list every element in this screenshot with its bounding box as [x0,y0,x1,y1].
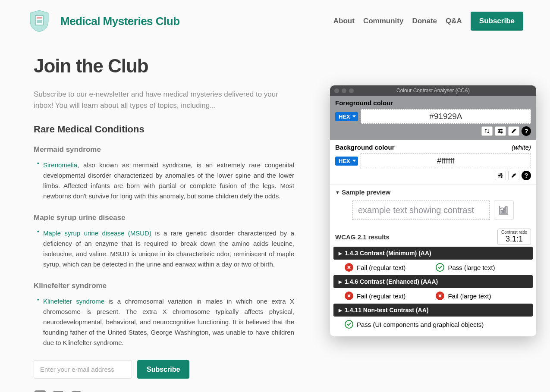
result-text: Fail (large text) [448,292,491,300]
twitter-icon[interactable] [34,390,47,392]
foreground-label: Foreground colour [335,99,531,107]
cca-window: Colour Contrast Analyser (CCA) Foregroun… [330,85,536,336]
social-links [34,390,294,392]
sample-text-box: example text showing contrast [352,201,490,220]
svg-point-20 [501,176,502,178]
condition-list: Sirenomelia, also known as mermaid syndr… [34,160,294,201]
brand: Medical Mysteries Club [27,9,180,34]
criterion-title: 1.4.11 Non-text Contrast (AA) [345,307,428,314]
results-list: ▶1.4.3 Contrast (Minimum) (AA)Fail (regu… [330,247,536,336]
criterion-bar[interactable]: ▶1.4.6 Contrast (Enhanced) (AAA) [333,275,533,288]
eyedropper-button[interactable] [508,171,519,180]
bg-color-input[interactable]: #ffffff [361,154,531,168]
svg-point-12 [500,129,502,130]
condition-heading: Klinefelter syndrome [34,282,294,290]
site-title: Medical Mysteries Club [60,15,180,28]
subscribe-form: Subscribe [34,360,294,379]
main-nav: About Community Donate Q&A Subscribe [333,12,523,31]
instagram-icon[interactable] [70,390,83,392]
bar-chart-icon [498,204,509,216]
form-subscribe-button[interactable]: Subscribe [137,360,189,379]
nav-community[interactable]: Community [363,17,404,25]
ratio-value: 3.1:1 [501,235,527,244]
criterion-results-row: Pass (UI components and graphical object… [330,317,536,332]
condition-link[interactable]: Sirenomelia [43,161,77,169]
condition-link[interactable]: Maple syrup urine disease (MSUD) [43,229,151,237]
condition-heading: Maple syrup urine disease [34,213,294,222]
disclosure-triangle-icon: ▶ [339,251,342,256]
svg-point-19 [499,175,500,176]
svg-point-13 [499,131,500,132]
criterion-title: 1.4.3 Contrast (Minimum) (AA) [345,250,431,257]
pass-icon [345,320,353,329]
result-text: Pass (UI components and graphical object… [357,321,484,328]
eyedropper-button[interactable] [508,126,519,136]
disclosure-triangle-icon: ▼ [335,190,340,195]
pass-icon [436,263,444,272]
sliders-button[interactable] [495,126,506,136]
main-content: Join the Club Subscribe to our e-newslet… [0,42,328,392]
result-text: Fail (regular text) [357,292,405,300]
cca-titlebar[interactable]: Colour Contrast Analyser (CCA) [330,85,536,96]
result-item: Fail (regular text) [345,263,405,272]
background-section: Background colour (white) HEX #ffffff ? [330,140,536,185]
disclosure-triangle-icon: ▶ [339,308,342,313]
sliders-button[interactable] [495,171,506,180]
svg-point-18 [500,173,502,175]
section-title: Rare Medical Conditions [34,124,294,135]
fg-format-select[interactable]: HEX [335,112,358,121]
result-item: Fail (regular text) [345,292,405,300]
condition-list: Klinefelter syndrome is a chromosomal va… [34,296,294,348]
criterion-results-row: Fail (regular text)Fail (large text) [330,288,536,304]
nav-about[interactable]: About [333,17,355,25]
foreground-section: Foreground colour HEX #91929A ? [330,96,536,140]
swap-colors-button[interactable] [481,126,493,136]
criterion-bar[interactable]: ▶1.4.11 Non-text Contrast (AA) [333,304,533,317]
condition-body: , also known as mermaid syndrome, is an … [43,161,294,200]
twitch-icon[interactable] [52,390,65,392]
chart-preview-button[interactable] [494,200,514,220]
criterion-bar[interactable]: ▶1.4.3 Contrast (Minimum) (AA) [333,247,533,260]
criterion-results-row: Fail (regular text)Pass (large text) [330,260,536,275]
svg-rect-2 [37,20,42,23]
result-text: Fail (regular text) [357,264,405,271]
condition-link[interactable]: Klinefelter syndrome [43,298,104,305]
list-item: Maple syrup urine disease (MSUD) is a ra… [37,228,294,270]
help-button[interactable]: ? [522,126,531,136]
help-button[interactable]: ? [522,171,531,180]
result-text: Pass (large text) [448,264,495,271]
subscribe-button[interactable]: Subscribe [471,12,523,31]
fg-color-input[interactable]: #91929A [361,109,531,124]
svg-rect-21 [501,210,503,213]
list-item: Sirenomelia, also known as mermaid syndr… [37,160,294,201]
site-logo [27,9,52,34]
svg-point-14 [501,132,502,133]
results-header: WCAG 2.1 results Contrast ratio 3.1:1 [330,225,536,247]
result-item: Fail (large text) [436,292,491,300]
site-header: Medical Mysteries Club About Community D… [0,0,550,42]
ratio-label: Contrast ratio [501,230,527,235]
email-field[interactable] [34,360,132,379]
contrast-ratio-box: Contrast ratio 3.1:1 [497,229,531,245]
sample-preview-label: Sample preview [342,188,390,196]
result-item: Pass (large text) [436,263,495,272]
fail-icon [345,263,353,272]
condition-list: Maple syrup urine disease (MSUD) is a ra… [34,228,294,270]
intro-text: Subscribe to our e-newsletter and have m… [34,89,294,111]
nav-qa[interactable]: Q&A [446,17,462,25]
disclosure-triangle-icon: ▶ [339,279,342,284]
result-item: Pass (UI components and graphical object… [345,320,484,329]
sample-preview-header[interactable]: ▼ Sample preview [335,188,531,196]
svg-rect-1 [37,17,42,19]
list-item: Klinefelter syndrome is a chromosomal va… [37,296,294,348]
window-title: Colour Contrast Analyser (CCA) [330,88,536,94]
results-title: WCAG 2.1 results [335,233,390,241]
background-note: (white) [512,144,531,151]
fail-icon [436,292,444,300]
bg-format-select[interactable]: HEX [335,157,358,166]
nav-donate[interactable]: Donate [412,17,437,25]
condition-heading: Mermaid syndrome [34,145,294,154]
background-label: Background colour [335,144,395,151]
criterion-title: 1.4.6 Contrast (Enhanced) (AAA) [345,278,438,285]
page-title: Join the Club [34,55,294,77]
